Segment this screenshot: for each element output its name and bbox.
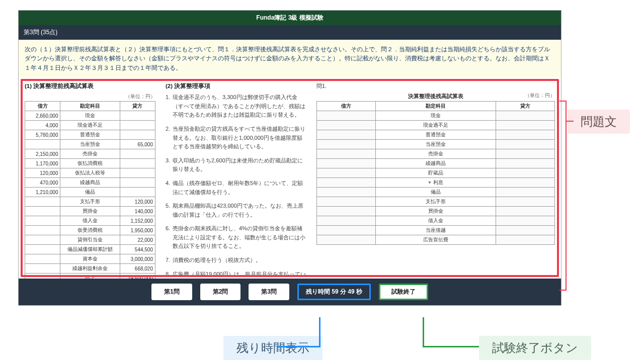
post-debit-input[interactable] [317, 216, 376, 226]
app-title: Funda簿記 3級 模擬試験 [19, 11, 561, 25]
post-col-credit: 貸方 [496, 102, 554, 111]
list-item: 6.売掛金の期末残高に対し、4%の貸倒引当金を差額補充法により設定する。なお、端… [166, 224, 306, 251]
post-debit-input[interactable] [317, 140, 376, 149]
table-row: 借入金1,152,000 [25, 216, 155, 226]
post-debit-input[interactable] [317, 197, 376, 207]
post-trial-table: 借方 勘定科目 貸方 現金現金過不足普通預金当座預金売掛金繰越商品貯蔵品利息備品… [316, 101, 555, 245]
pre-trial-table: 借方 勘定科目 貸方 2,660,000現金4,000現金過不足5,780,00… [25, 101, 155, 279]
post-debit-input[interactable] [317, 130, 376, 140]
adjustments-list: 1.現金過不足のうち、3,300円は郵便切手の購入代金（すべて使用済み）であるこ… [166, 93, 306, 279]
table-row: 売上19,500,000 [25, 274, 155, 279]
pre-account-cell: 仮払法人税等 [60, 168, 120, 178]
adj-text: 売掛金の期末残高に対し、4%の貸倒引当金を差額補充法により設定する。なお、端数が… [173, 224, 306, 251]
pre-credit-cell: 1,950,000 [120, 226, 155, 235]
post-debit-input[interactable] [317, 178, 376, 188]
adj-text: 広告費（月額19,000円）は、毎月前月分を支払っているため当期3月分を未払計上… [173, 270, 306, 279]
post-credit-input[interactable] [496, 121, 554, 130]
post-debit-input[interactable] [317, 226, 376, 235]
pre-account-cell: 支払手形 [60, 197, 120, 207]
pre-debit-cell [25, 254, 60, 264]
post-debit-input[interactable] [317, 188, 376, 197]
table-row: 備品減価償却累計額544,500 [25, 245, 155, 254]
list-item: 3.収入印紙のうち2,600円は未使用のため貯蔵品勘定に振り替える。 [166, 156, 306, 174]
adj-text: 期末商品棚卸高は423,000円であった。なお、売上原価の計算は「仕入」の行で行… [173, 202, 306, 219]
post-credit-input[interactable] [496, 178, 554, 188]
post-account-cell: 普通預金 [376, 130, 496, 140]
question-statement: 次の（１）決算整理前残高試算表と（２）決算整理事項にもとづいて、問１．決算整理後… [19, 40, 561, 77]
pre-account-cell: 備品減価償却累計額 [60, 245, 120, 254]
adj-num: 6. [166, 224, 173, 251]
post-credit-input[interactable] [496, 216, 554, 226]
pre-account-cell: 貸倒引当金 [60, 235, 120, 245]
callout-timer-label: 残り時間表示 [223, 336, 323, 360]
pre-debit-cell: 470,000 [25, 178, 60, 188]
post-credit-input[interactable] [496, 130, 554, 140]
post-debit-input[interactable] [317, 159, 376, 168]
pre-account-cell: 売上 [60, 274, 120, 279]
post-account-cell: 備品 [376, 188, 496, 197]
post-debit-input[interactable] [317, 235, 376, 245]
post-debit-input[interactable] [317, 168, 376, 178]
pre-credit-cell [120, 149, 155, 159]
end-exam-button[interactable]: 試験終了 [379, 284, 428, 300]
pre-debit-cell [25, 235, 60, 245]
pre-debit-cell: 1,170,000 [25, 159, 60, 168]
post-credit-input[interactable] [496, 235, 554, 245]
timer-display: 残り時間 59 分 49 秒 [297, 284, 371, 300]
question-header: 第3問 (35点) [19, 25, 561, 40]
table-row: 1,210,000備品 [25, 188, 155, 197]
table-row: 支払手形120,000 [25, 197, 155, 207]
pre-debit-cell [25, 207, 60, 216]
section-pre-trial-balance: (1) 決算整理前残高試算表 （単位：円） 借方 勘定科目 貸方 2,660,0… [25, 82, 155, 279]
table-row: 当座預金65,000 [25, 140, 155, 149]
pre-account-cell: 当座預金 [60, 140, 120, 149]
pre-account-cell: 現金 [60, 111, 120, 121]
pre-col-debit: 借方 [25, 102, 60, 111]
section-post-trial-balance: 問1. 決算整理後残高試算表 （単位：円） 借方 勘定科目 貸方 現金現金過不足… [316, 82, 555, 245]
table-row: 借入金 [317, 216, 555, 226]
adj-num: 7. [166, 256, 173, 265]
post-credit-input[interactable] [496, 207, 554, 216]
post-account-cell: 売掛金 [376, 149, 496, 159]
pre-credit-cell [120, 130, 155, 140]
list-item: 8.広告費（月額19,000円）は、毎月前月分を支払っているため当期3月分を未払… [166, 270, 306, 279]
pre-credit-cell [120, 188, 155, 197]
table-row: 当座預金 [317, 140, 555, 149]
section-pre-title: (1) 決算整理前残高試算表 [25, 82, 155, 90]
nav-q1-button[interactable]: 第1問 [151, 284, 192, 300]
table-row: 2,660,000現金 [25, 111, 155, 121]
table-row: 1,170,000仮払消費税 [25, 159, 155, 168]
nav-q3-button[interactable]: 第3問 [249, 284, 289, 300]
pre-debit-cell: 5,780,000 [25, 130, 60, 140]
post-account-select[interactable]: 利息 [376, 178, 496, 188]
table-row: 5,780,000普通預金 [25, 130, 155, 140]
pre-debit-cell: 4,000 [25, 121, 60, 130]
post-credit-input[interactable] [496, 111, 554, 121]
pre-credit-cell: 120,000 [120, 197, 155, 207]
nav-q2-button[interactable]: 第2問 [200, 284, 241, 300]
post-col-debit: 借方 [317, 102, 376, 111]
post-credit-input[interactable] [496, 149, 554, 159]
post-credit-input[interactable] [496, 188, 554, 197]
section-adjustments: (2) 決算整理事項 1.現金過不足のうち、3,300円は郵便切手の購入代金（す… [166, 82, 306, 279]
post-debit-input[interactable] [317, 149, 376, 159]
list-item: 5.期末商品棚卸高は423,000円であった。なお、売上原価の計算は「仕入」の行… [166, 202, 306, 219]
post-credit-input[interactable] [496, 197, 554, 207]
post-credit-input[interactable] [496, 140, 554, 149]
table-row: 2,150,000売掛金 [25, 149, 155, 159]
pre-account-cell: 普通預金 [60, 130, 120, 140]
post-credit-input[interactable] [496, 168, 554, 178]
post-account-cell: 買掛金 [376, 207, 496, 216]
pre-credit-cell: 544,500 [120, 245, 155, 254]
list-item: 7.消費税の処理を行う（税抜方式）。 [166, 256, 306, 265]
post-debit-input[interactable] [317, 207, 376, 216]
post-debit-input[interactable] [317, 111, 376, 121]
pre-debit-cell [25, 274, 60, 279]
callout-question: 問題文 [568, 110, 630, 134]
callout-end-label: 試験終了ボタン [479, 336, 591, 360]
pre-account-cell: 資本金 [60, 254, 120, 264]
post-credit-input[interactable] [496, 226, 554, 235]
post-credit-input[interactable] [496, 159, 554, 168]
post-debit-input[interactable] [317, 121, 376, 130]
table-row: 売掛金 [317, 149, 555, 159]
